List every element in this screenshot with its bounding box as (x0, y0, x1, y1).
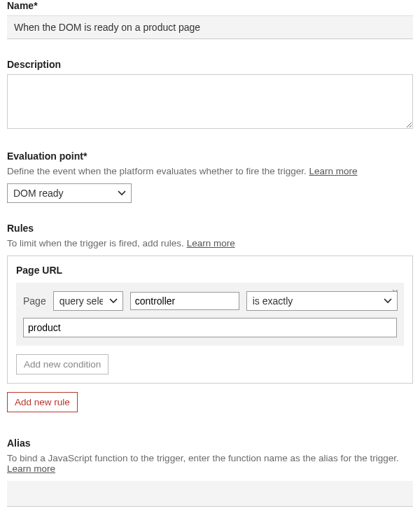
evaluation-learn-more-link[interactable]: Learn more (309, 166, 358, 176)
alias-learn-more-link[interactable]: Learn more (7, 463, 55, 474)
match-value-input[interactable] (23, 318, 397, 337)
condition-row: Page query selector is exactly (23, 291, 397, 311)
rules-learn-more-link[interactable]: Learn more (187, 238, 235, 248)
selector-value-input[interactable] (130, 292, 239, 310)
alias-input[interactable] (7, 481, 413, 507)
alias-help-text: To bind a JavaScript function to the tri… (7, 453, 399, 463)
name-input[interactable] (7, 15, 413, 39)
condition-prefix: Page (23, 295, 46, 307)
add-condition-button[interactable]: Add new condition (16, 354, 108, 374)
rule-title: Page URL (16, 265, 404, 276)
name-label: Name* (7, 0, 413, 11)
description-label: Description (7, 59, 413, 70)
rules-help-text: To limit when the trigger is fired, add … (7, 238, 187, 248)
selector-type-select[interactable]: query selector (53, 291, 123, 311)
rules-container: Page URL × Page query selector is exactl… (7, 255, 413, 384)
rules-label: Rules (7, 223, 413, 234)
alias-label: Alias (7, 438, 413, 449)
match-type-select[interactable]: is exactly (246, 291, 398, 311)
evaluation-point-select[interactable]: DOM ready (7, 183, 132, 203)
evaluation-help-text: Define the event when the platform evalu… (7, 166, 309, 176)
add-rule-button[interactable]: Add new rule (7, 392, 78, 412)
evaluation-help: Define the event when the platform evalu… (7, 166, 413, 176)
rules-help: To limit when the trigger is fired, add … (7, 238, 413, 248)
alias-help: To bind a JavaScript function to the tri… (7, 453, 413, 474)
description-textarea[interactable] (7, 74, 413, 129)
evaluation-label: Evaluation point* (7, 150, 413, 162)
condition-group: × Page query selector is exactly (16, 283, 404, 346)
